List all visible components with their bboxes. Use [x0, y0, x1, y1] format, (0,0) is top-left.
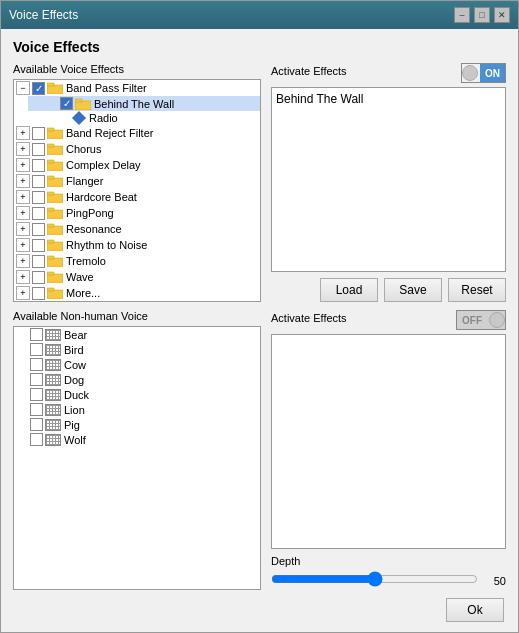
- expand-hardcorebeat[interactable]: +: [16, 190, 30, 204]
- svg-rect-1: [47, 83, 54, 86]
- expand-complexdelay[interactable]: +: [16, 158, 30, 172]
- buttons-row: Load Save Reset: [271, 278, 506, 302]
- tree-item-dog[interactable]: Dog: [14, 372, 260, 387]
- label-wave: Wave: [66, 271, 94, 283]
- tree-item-duck[interactable]: Duck: [14, 387, 260, 402]
- expand-tremolo[interactable]: +: [16, 254, 30, 268]
- toggle-circle-right-icon: [489, 312, 505, 328]
- svg-rect-5: [47, 128, 54, 131]
- tree-item-pig[interactable]: Pig: [14, 417, 260, 432]
- tree-item-bandreject[interactable]: + Band Reject Filter: [14, 125, 260, 141]
- checkbox-pig[interactable]: [30, 418, 43, 431]
- checkbox-bird[interactable]: [30, 343, 43, 356]
- voice-effects-tree[interactable]: − Band Pass Filter Beh: [13, 79, 261, 302]
- ok-button[interactable]: Ok: [446, 598, 504, 622]
- label-radio: Radio: [89, 112, 118, 124]
- texture-icon-cow: [45, 359, 61, 371]
- activate-nonhuman-toggle[interactable]: OFF: [456, 310, 506, 330]
- checkbox-bandpass[interactable]: [32, 82, 45, 95]
- tree-item-lion[interactable]: Lion: [14, 402, 260, 417]
- svg-rect-17: [47, 224, 54, 227]
- folder-icon-resonance: [47, 223, 63, 235]
- checkbox-lion[interactable]: [30, 403, 43, 416]
- save-button[interactable]: Save: [384, 278, 442, 302]
- tree-item-rhythmtonoise[interactable]: + Rhythm to Noise: [14, 237, 260, 253]
- tree-item-wolf[interactable]: Wolf: [14, 432, 260, 447]
- nonhuman-tree[interactable]: Bear Bird Cow: [13, 326, 261, 590]
- label-wolf: Wolf: [64, 434, 86, 446]
- texture-icon-wolf: [45, 434, 61, 446]
- checkbox-wave[interactable]: [32, 271, 45, 284]
- tree-item-complexdelay[interactable]: + Complex Delay: [14, 157, 260, 173]
- expand-bandreject[interactable]: +: [16, 126, 30, 140]
- tree-item-wave[interactable]: + Wave: [14, 269, 260, 285]
- load-button[interactable]: Load: [320, 278, 378, 302]
- expand-more[interactable]: +: [16, 286, 30, 300]
- checkbox-more[interactable]: [32, 287, 45, 300]
- svg-rect-14: [47, 210, 63, 219]
- expand-chorus[interactable]: +: [16, 142, 30, 156]
- activate-toggle[interactable]: ON: [461, 63, 506, 83]
- checkbox-flanger[interactable]: [32, 175, 45, 188]
- checkbox-chorus[interactable]: [32, 143, 45, 156]
- label-resonance: Resonance: [66, 223, 122, 235]
- expand-rhythmtonoise[interactable]: +: [16, 238, 30, 252]
- checkbox-bear[interactable]: [30, 328, 43, 341]
- checkbox-duck[interactable]: [30, 388, 43, 401]
- toggle-off-state: OFF: [457, 315, 487, 326]
- maximize-button[interactable]: □: [474, 7, 490, 23]
- bottom-area: Available Non-human Voice Bear Bir: [13, 310, 506, 590]
- title-bar: Voice Effects – □ ✕: [1, 1, 518, 29]
- close-button[interactable]: ✕: [494, 7, 510, 23]
- checkbox-dog[interactable]: [30, 373, 43, 386]
- label-pingpong: PingPong: [66, 207, 114, 219]
- tree-item-bird[interactable]: Bird: [14, 342, 260, 357]
- expand-pingpong[interactable]: +: [16, 206, 30, 220]
- expand-wave[interactable]: +: [16, 270, 30, 284]
- tree-item-cow[interactable]: Cow: [14, 357, 260, 372]
- tree-item-chorus[interactable]: + Chorus: [14, 141, 260, 157]
- activate-nonhuman-label: Activate Effects: [271, 312, 347, 324]
- nonhuman-right: Activate Effects OFF Depth 50: [271, 310, 506, 590]
- checkbox-wolf[interactable]: [30, 433, 43, 446]
- svg-rect-6: [47, 146, 63, 155]
- checkbox-resonance[interactable]: [32, 223, 45, 236]
- svg-rect-25: [47, 288, 54, 291]
- label-lion: Lion: [64, 404, 85, 416]
- tree-item-more[interactable]: + More...: [14, 285, 260, 301]
- tree-item-pingpong[interactable]: + PingPong: [14, 205, 260, 221]
- expand-bandpass[interactable]: −: [16, 81, 30, 95]
- tree-item-flanger[interactable]: + Flanger: [14, 173, 260, 189]
- reset-button[interactable]: Reset: [448, 278, 506, 302]
- title-bar-title: Voice Effects: [9, 8, 78, 22]
- checkbox-pingpong[interactable]: [32, 207, 45, 220]
- minimize-button[interactable]: –: [454, 7, 470, 23]
- toggle-circle-icon: [462, 65, 478, 81]
- tree-item-tremolo[interactable]: + Tremolo: [14, 253, 260, 269]
- voice-effects-right: Activate Effects ON Behind The Wall Load…: [271, 63, 506, 302]
- tree-item-resonance[interactable]: + Resonance: [14, 221, 260, 237]
- checkbox-hardcorebeat[interactable]: [32, 191, 45, 204]
- expand-flanger[interactable]: +: [16, 174, 30, 188]
- expand-resonance[interactable]: +: [16, 222, 30, 236]
- nonhuman-left: Available Non-human Voice Bear Bir: [13, 310, 261, 590]
- depth-slider[interactable]: [271, 571, 478, 587]
- checkbox-cow[interactable]: [30, 358, 43, 371]
- checkbox-tremolo[interactable]: [32, 255, 45, 268]
- tree-item-bandpass[interactable]: − Band Pass Filter: [14, 80, 260, 96]
- label-tremolo: Tremolo: [66, 255, 106, 267]
- svg-rect-24: [47, 290, 63, 299]
- texture-icon-bird: [45, 344, 61, 356]
- checkbox-complexdelay[interactable]: [32, 159, 45, 172]
- tree-item-radio[interactable]: Radio: [28, 111, 260, 125]
- tree-item-bear[interactable]: Bear: [14, 327, 260, 342]
- toggle-on-state: ON: [480, 64, 505, 82]
- label-hardcorebeat: Hardcore Beat: [66, 191, 137, 203]
- tree-item-behindwall[interactable]: Behind The Wall: [28, 96, 260, 111]
- checkbox-behindwall[interactable]: [60, 97, 73, 110]
- checkbox-bandreject[interactable]: [32, 127, 45, 140]
- svg-rect-18: [47, 242, 63, 251]
- checkbox-rhythmtonoise[interactable]: [32, 239, 45, 252]
- page-title: Voice Effects: [13, 39, 506, 55]
- tree-item-hardcorebeat[interactable]: + Hardcore Beat: [14, 189, 260, 205]
